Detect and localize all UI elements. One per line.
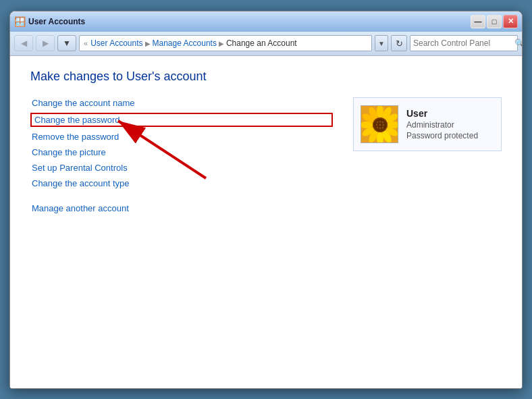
svg-point-17 [377, 121, 379, 123]
close-button[interactable]: ✕ [503, 15, 518, 28]
svg-point-22 [383, 124, 385, 126]
search-box: 🔍 [410, 35, 518, 51]
change-account-name-link[interactable]: Change the account name [30, 97, 333, 109]
link-gap [30, 193, 333, 198]
address-bar: ◀ ▶ ▼ « User Accounts ▶ Manage Accounts … [10, 32, 522, 56]
parental-controls-link[interactable]: Set up Parental Controls [30, 162, 333, 174]
page-title: Make changes to User's account [30, 70, 502, 84]
search-input[interactable] [413, 38, 514, 48]
user-status: Password protected [406, 131, 478, 140]
links-section: Change the account name Change the passw… [30, 97, 333, 214]
maximize-button[interactable]: □ [487, 15, 502, 28]
svg-point-18 [379, 120, 381, 122]
svg-point-19 [382, 121, 384, 123]
breadcrumb-dropdown-button[interactable]: ▼ [375, 35, 388, 51]
title-bar-controls: — □ ✕ [471, 15, 518, 28]
breadcrumb-current: Change an Account [226, 38, 297, 48]
title-bar-left: 🪟 User Accounts [14, 16, 85, 27]
minimize-button[interactable]: — [471, 15, 485, 28]
svg-point-25 [382, 126, 384, 128]
manage-another-account-link[interactable]: Manage another account [30, 203, 333, 214]
svg-point-20 [376, 124, 378, 126]
user-card: User Administrator Password protected [353, 97, 502, 151]
user-role: Administrator [406, 120, 478, 130]
breadcrumb: « User Accounts ▶ Manage Accounts ▶ Chan… [79, 35, 372, 51]
title-bar: 🪟 User Accounts — □ ✕ [10, 11, 522, 32]
change-picture-link[interactable]: Change the picture [30, 147, 333, 158]
window-title: User Accounts [28, 17, 85, 26]
change-password-link[interactable]: Change the password [30, 113, 333, 127]
user-avatar-image [361, 106, 398, 143]
main-content: Make changes to User's account Change th… [10, 56, 522, 388]
user-info: User Administrator Password protected [406, 108, 478, 140]
change-account-type-link[interactable]: Change the account type [30, 178, 333, 189]
breadcrumb-manage-accounts[interactable]: Manage Accounts [153, 38, 217, 48]
recent-pages-button[interactable]: ▼ [57, 35, 76, 51]
remove-password-link[interactable]: Remove the password [30, 131, 333, 142]
content-layout: Change the account name Change the passw… [30, 97, 502, 214]
user-avatar [361, 105, 398, 143]
breadcrumb-user-accounts[interactable]: User Accounts [90, 38, 142, 48]
refresh-button[interactable]: ↻ [391, 35, 407, 51]
forward-button[interactable]: ▶ [36, 35, 55, 51]
breadcrumb-sep-1: ▶ [145, 40, 151, 47]
search-icon[interactable]: 🔍 [514, 37, 523, 49]
svg-point-24 [379, 127, 381, 129]
svg-point-21 [379, 124, 381, 126]
breadcrumb-icon: « [84, 39, 88, 47]
breadcrumb-sep-2: ▶ [219, 40, 224, 47]
svg-point-23 [377, 126, 379, 128]
back-button[interactable]: ◀ [14, 35, 33, 51]
user-name: User [406, 108, 478, 119]
main-window: 🪟 User Accounts — □ ✕ ◀ ▶ ▼ « User Accou… [9, 11, 523, 389]
window-icon: 🪟 [14, 16, 26, 27]
